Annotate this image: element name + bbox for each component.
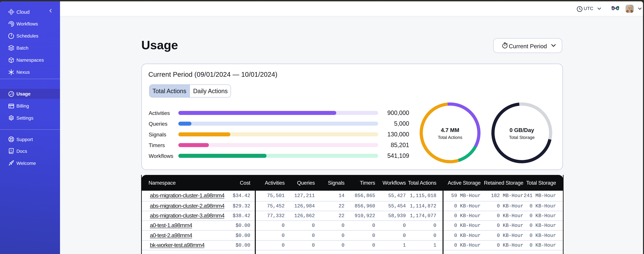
svg-text:Total Actions: Total Actions [438, 135, 462, 140]
svg-text:Total Storage: Total Storage [509, 135, 534, 140]
svg-text:0 GB/Day: 0 GB/Day [510, 127, 534, 133]
svg-text:4.7 MM: 4.7 MM [441, 127, 459, 133]
